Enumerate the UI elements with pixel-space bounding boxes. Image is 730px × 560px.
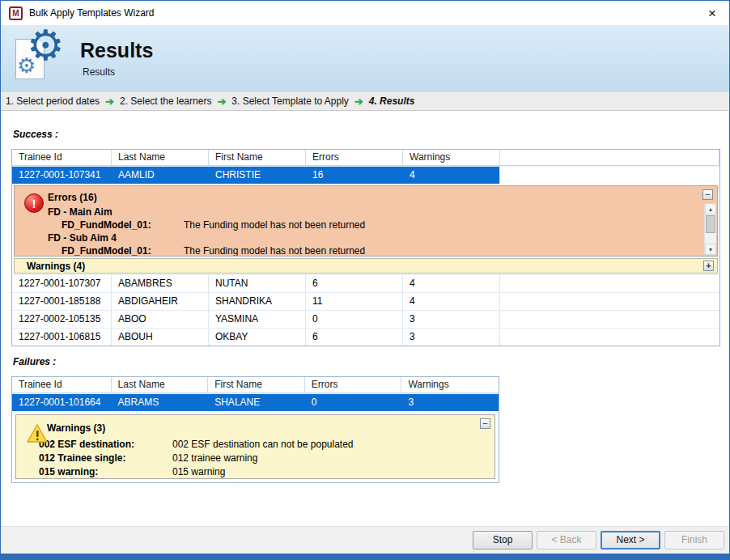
last-name-cell: ABAMBRES xyxy=(112,275,209,292)
error-message: The Funding model has not been returned xyxy=(184,244,365,257)
table-row[interactable]: 1227-0001-106815 ABOUH OKBAY 6 3 xyxy=(12,328,719,346)
step-select-template: 3. Select Template to Apply xyxy=(231,95,349,107)
column-header-first-name[interactable]: First Name xyxy=(208,377,305,392)
warning-icon xyxy=(27,424,48,443)
stop-button[interactable]: Stop xyxy=(473,531,533,549)
column-header-errors[interactable]: Errors xyxy=(306,150,403,165)
wizard-header: ⚙ ⚙ Results Results xyxy=(1,25,729,91)
warnings-cell: 4 xyxy=(403,275,500,292)
column-header-trainee-id[interactable]: Trainee Id xyxy=(12,377,112,392)
warnings-cell: 3 xyxy=(403,329,500,346)
errors-cell: 0 xyxy=(305,394,402,411)
first-name-cell: NUTAN xyxy=(209,275,306,292)
step-select-period-dates: 1. Select period dates xyxy=(6,95,100,107)
trainee-id-cell: 1227-0001-101664 xyxy=(12,394,112,411)
finish-button[interactable]: Finish xyxy=(664,531,724,549)
empty-cell xyxy=(500,167,719,184)
back-button[interactable]: < Back xyxy=(537,531,596,549)
warnings-bar-title: Warnings (4) xyxy=(27,261,85,272)
warning-line: 012 Trainee single: 012 trainee warning xyxy=(47,452,473,465)
errors-detail-panel: ! Errors (16) FD - Main Aim FD_FundModel… xyxy=(14,185,718,257)
warnings-detail-panel: Warnings (3) 002 ESF destination: 002 ES… xyxy=(15,414,495,479)
column-header-first-name[interactable]: First Name xyxy=(209,150,306,165)
step-arrow-icon: ➔ xyxy=(354,95,363,108)
error-icon: ! xyxy=(24,193,44,213)
empty-cell xyxy=(500,311,719,328)
success-table: Trainee Id Last Name First Name Errors W… xyxy=(11,149,720,346)
step-arrow-icon: ➔ xyxy=(105,95,114,108)
warning-code: 015 warning: xyxy=(39,465,172,479)
table-row[interactable]: 1227-0001-185188 ABDIGAHEIR SHANDRIKA 11… xyxy=(12,292,719,310)
warnings-cell: 3 xyxy=(401,394,499,411)
trainee-id-cell: 1227-0002-105135 xyxy=(12,311,112,328)
close-icon[interactable]: × xyxy=(703,6,721,20)
warnings-cell: 4 xyxy=(403,293,500,310)
errors-cell: 6 xyxy=(306,275,403,292)
column-header-last-name[interactable]: Last Name xyxy=(112,150,209,165)
warning-message: 012 trainee warning xyxy=(172,452,257,465)
first-name-cell: SHALANE xyxy=(208,394,305,411)
failures-table-header: Trainee Id Last Name First Name Errors W… xyxy=(12,377,499,393)
scroll-down-icon[interactable]: ▼ xyxy=(705,244,716,255)
column-header-warnings[interactable]: Warnings xyxy=(403,150,500,165)
warnings-cell: 3 xyxy=(403,311,500,328)
first-name-cell: SHANDRIKA xyxy=(209,293,306,310)
warning-code: 002 ESF destination: xyxy=(39,438,172,452)
trainee-id-cell: 1227-0001-106815 xyxy=(12,329,112,346)
errors-scrollbar[interactable]: ▲ ▼ xyxy=(704,203,716,255)
column-header-last-name[interactable]: Last Name xyxy=(112,377,209,392)
next-button[interactable]: Next > xyxy=(601,531,660,549)
warnings-cell: 4 xyxy=(403,167,500,184)
results-content: Success : Trainee Id Last Name First Nam… xyxy=(1,111,729,526)
scroll-up-icon[interactable]: ▲ xyxy=(705,203,716,214)
collapse-icon[interactable]: − xyxy=(480,418,490,429)
big-gear-icon: ⚙ xyxy=(27,21,65,70)
trainee-id-cell: 1227-0001-185188 xyxy=(12,293,112,310)
warnings-collapsed-bar: Warnings (4) + xyxy=(14,258,718,274)
column-header-empty xyxy=(500,150,719,165)
trainee-id-cell: 1227-0001-107307 xyxy=(12,275,112,292)
last-name-cell: ABDIGAHEIR xyxy=(112,293,209,310)
empty-cell xyxy=(500,329,719,346)
table-row[interactable]: 1227-0002-105135 ABOO YASMINA 0 3 xyxy=(12,310,719,328)
expand-icon[interactable]: + xyxy=(703,261,714,271)
title-bar: M Bulk Apply Templates Wizard × xyxy=(1,1,729,25)
table-row[interactable]: 1227-0001-107307 ABAMBRES NUTAN 6 4 xyxy=(12,274,719,292)
wizard-footer: Stop < Back Next > Finish xyxy=(1,526,729,554)
errors-detail-body: Errors (16) FD - Main Aim FD_FundModel_0… xyxy=(48,191,696,257)
column-header-warnings[interactable]: Warnings xyxy=(401,377,499,392)
error-group-label: FD - Sub Aim 4 xyxy=(48,231,696,244)
column-header-trainee-id[interactable]: Trainee Id xyxy=(12,150,112,165)
step-select-learners: 2. Select the learners xyxy=(120,95,211,107)
error-code: FD_FundModel_01: xyxy=(62,218,184,231)
errors-cell: 0 xyxy=(306,311,403,328)
wizard-step-bar: 1. Select period dates ➔ 2. Select the l… xyxy=(1,91,729,111)
last-name-cell: ABRAMS xyxy=(112,394,209,411)
error-message: The Funding model has not been returned xyxy=(184,218,365,231)
success-selected-row[interactable]: 1227-0001-107341 AAMLID CHRISTIE 16 4 xyxy=(12,166,719,184)
warnings-panel-title: Warnings (3) xyxy=(47,422,473,435)
error-line: FD_FundModel_01: The Funding model has n… xyxy=(48,244,696,257)
scrollbar-thumb[interactable] xyxy=(706,215,715,233)
warnings-detail-body: Warnings (3) 002 ESF destination: 002 ES… xyxy=(47,422,473,479)
header-text: Results Results xyxy=(80,39,153,78)
errors-cell: 11 xyxy=(306,293,403,310)
failures-table: Trainee Id Last Name First Name Errors W… xyxy=(11,376,499,483)
first-name-cell: OKBAY xyxy=(209,329,306,346)
errors-panel-title: Errors (16) xyxy=(48,191,696,204)
collapse-icon[interactable]: − xyxy=(702,189,713,200)
step-results-current: 4. Results xyxy=(369,95,415,107)
last-name-cell: AAMLID xyxy=(112,167,209,184)
first-name-cell: YASMINA xyxy=(209,311,306,328)
first-name-cell: CHRISTIE xyxy=(209,167,306,184)
results-gear-icon: ⚙ ⚙ xyxy=(9,29,70,87)
success-section-label: Success : xyxy=(13,129,719,140)
window-bottom-border xyxy=(1,554,729,559)
warning-message: 002 ESF destination can not be populated xyxy=(172,438,354,452)
error-group-label: FD - Main Aim xyxy=(48,206,696,218)
column-header-errors[interactable]: Errors xyxy=(305,377,402,392)
error-line: FD_FundModel_01: The Funding model has n… xyxy=(48,218,696,231)
failures-section-label: Failures : xyxy=(13,356,719,367)
window-title: Bulk Apply Templates Wizard xyxy=(29,7,155,19)
failures-selected-row[interactable]: 1227-0001-101664 ABRAMS SHALANE 0 3 xyxy=(12,393,499,411)
